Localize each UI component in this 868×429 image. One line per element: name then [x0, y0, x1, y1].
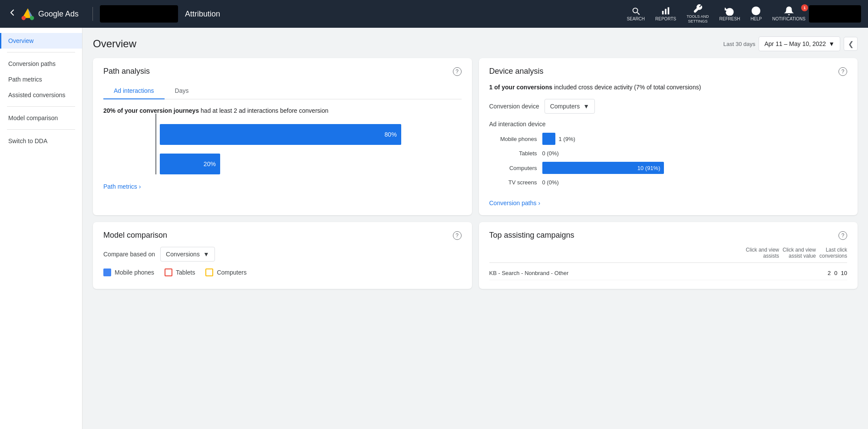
- date-range-value: Apr 11 – May 10, 2022: [764, 40, 826, 47]
- logo-area: Google Ads: [21, 7, 86, 21]
- sidebar-item-conversion-paths[interactable]: Conversion paths: [0, 56, 82, 72]
- cards-grid: Path analysis ? Ad interactions Days 20%…: [93, 58, 858, 289]
- nav-tools-action[interactable]: TOOLS ANDSETTINGS: [686, 4, 709, 24]
- legend-computers-box: [205, 269, 213, 276]
- sidebar-divider-1: [7, 52, 75, 52]
- conversion-paths-link[interactable]: Conversion paths ›: [489, 200, 541, 206]
- campaign-last-click-1: 10: [841, 270, 847, 276]
- compare-dropdown-arrow: ▼: [203, 251, 209, 258]
- legend-tablets: Tablets: [165, 269, 195, 276]
- campaign-name-1: KB - Search - Nonbrand - Other: [489, 270, 825, 276]
- model-comparison-help-icon[interactable]: ?: [453, 231, 462, 240]
- app-layout: Overview Conversion paths Path metrics A…: [0, 28, 868, 429]
- refresh-action-label: REFRESH: [719, 16, 740, 22]
- device-bar-text-mobile: 1 (9%): [559, 136, 575, 142]
- sidebar-item-model-comparison[interactable]: Model comparison: [0, 110, 82, 126]
- nav-search-action[interactable]: SEARCH: [627, 6, 645, 22]
- model-compare-row: Compare based on Conversions ▼: [103, 247, 462, 262]
- notification-badge: 1: [801, 4, 808, 11]
- legend-mobile: Mobile phones: [103, 269, 154, 276]
- chart-axis: [155, 114, 156, 174]
- svg-rect-6: [668, 7, 670, 15]
- device-bar-label-tablets: Tablets: [489, 150, 537, 157]
- notifications-action-label: NOTIFICATIONS: [772, 16, 805, 22]
- col-click-view-assists: Click and viewassists: [746, 247, 779, 259]
- svg-point-3: [22, 16, 26, 20]
- main-content: Overview Last 30 days Apr 11 – May 10, 2…: [83, 28, 868, 429]
- sidebar-item-overview[interactable]: Overview: [0, 33, 82, 49]
- model-comparison-card: Model comparison ? Compare based on Conv…: [93, 222, 472, 289]
- nav-help-action[interactable]: HELP: [750, 6, 762, 22]
- device-bar-text-tablets: 0 (0%): [542, 150, 559, 157]
- model-comparison-header: Model comparison ?: [103, 231, 462, 240]
- bar-track-1: 80%: [160, 124, 462, 145]
- date-range-area: Last 30 days Apr 11 – May 10, 2022 ▼ ❮: [723, 36, 858, 51]
- campaign-assists-1: 2: [828, 270, 831, 276]
- sidebar-item-path-metrics[interactable]: Path metrics: [0, 72, 82, 87]
- path-analysis-title: Path analysis: [103, 67, 150, 76]
- device-bar-computers: Computers 10 (91%): [489, 162, 848, 174]
- tab-ad-interactions[interactable]: Ad interactions: [103, 83, 165, 99]
- path-analysis-help-icon[interactable]: ?: [453, 67, 462, 76]
- sidebar-item-assisted-conversions[interactable]: Assisted conversions: [0, 87, 82, 103]
- campaign-row-1: KB - Search - Nonbrand - Other 2 0 10: [489, 266, 848, 280]
- cross-device-rest: included cross device activity (7% of to…: [554, 84, 701, 91]
- legend-computers: Computers: [205, 269, 246, 276]
- account-box[interactable]: [100, 5, 178, 23]
- conversion-device-arrow: ▼: [583, 103, 589, 110]
- nav-notifications-action[interactable]: 1 NOTIFICATIONS: [772, 6, 805, 22]
- compare-dropdown[interactable]: Conversions ▼: [160, 247, 215, 262]
- conversion-paths-link-arrow: ›: [538, 200, 540, 206]
- nav-reports-action[interactable]: REPORTS: [655, 6, 676, 22]
- device-bar-label-tv: TV screens: [489, 179, 537, 186]
- profile-box[interactable]: [809, 5, 861, 23]
- tab-days[interactable]: Days: [165, 83, 199, 99]
- device-analysis-card: Device analysis ? 1 of your conversions …: [479, 58, 858, 215]
- cross-device-bold: 1 of your conversions: [489, 84, 552, 91]
- campaign-assist-value-1: 0: [834, 270, 837, 276]
- nav-refresh-action[interactable]: REFRESH: [719, 6, 740, 22]
- svg-rect-4: [662, 11, 664, 14]
- date-range-picker[interactable]: Apr 11 – May 10, 2022 ▼: [759, 36, 840, 51]
- device-bars: Mobile phones 1 (9%) Tablets 0 (0%): [489, 133, 848, 186]
- sidebar: Overview Conversion paths Path metrics A…: [0, 28, 83, 429]
- bar-row-2: 2+ interactions 20%: [160, 154, 462, 174]
- page-title: Overview: [93, 38, 136, 50]
- model-comparison-title: Model comparison: [103, 231, 167, 240]
- top-assisting-help-icon[interactable]: ?: [838, 231, 847, 240]
- search-action-label: SEARCH: [627, 16, 645, 22]
- back-button[interactable]: [7, 7, 17, 20]
- reports-action-label: REPORTS: [655, 16, 676, 22]
- device-bar-mobile: Mobile phones 1 (9%): [489, 133, 848, 145]
- path-analysis-header: Path analysis ?: [103, 67, 462, 76]
- device-bar-track-tablets: 0 (0%): [542, 150, 848, 157]
- conversion-device-dropdown[interactable]: Computers ▼: [545, 99, 595, 114]
- device-bar-text-tv: 0 (0%): [542, 179, 559, 186]
- sidebar-item-switch-to-dda[interactable]: Switch to DDA: [0, 133, 82, 149]
- device-bar-tv: TV screens 0 (0%): [489, 179, 848, 186]
- device-bar-track-computers: 10 (91%): [542, 162, 848, 174]
- date-label: Last 30 days: [723, 41, 756, 47]
- legend-mobile-box: [103, 269, 111, 276]
- path-metrics-link[interactable]: Path metrics ›: [103, 183, 141, 190]
- cross-device-text: 1 of your conversions included cross dev…: [489, 83, 848, 92]
- ad-interaction-device-title: Ad interaction device: [489, 121, 848, 128]
- device-bar-fill-computers: 10 (91%): [542, 162, 664, 174]
- nav-page-title: Attribution: [185, 10, 627, 19]
- sidebar-divider-2: [7, 106, 75, 107]
- path-metrics-link-arrow: ›: [139, 183, 141, 190]
- legend-mobile-label: Mobile phones: [115, 269, 154, 276]
- description-rest: had at least 2 ad interactions before co…: [201, 107, 328, 114]
- description-bold: 20% of your conversion journeys: [103, 107, 199, 114]
- google-ads-logo-icon: [21, 7, 35, 21]
- col-click-view-assist-value: Click and viewassist value: [782, 247, 816, 259]
- bar-fill-1: 80%: [160, 124, 401, 145]
- conversion-device-value: Computers: [550, 103, 580, 110]
- collapse-button[interactable]: ❮: [844, 37, 858, 51]
- device-analysis-help-icon[interactable]: ?: [838, 67, 847, 76]
- help-action-label: HELP: [750, 16, 762, 22]
- legend-tablets-box: [165, 269, 172, 276]
- bar-track-2: 20%: [160, 154, 462, 174]
- device-bar-fill-mobile: [542, 133, 555, 145]
- top-nav: Google Ads Attribution SEARCH REPORTS TO…: [0, 0, 868, 28]
